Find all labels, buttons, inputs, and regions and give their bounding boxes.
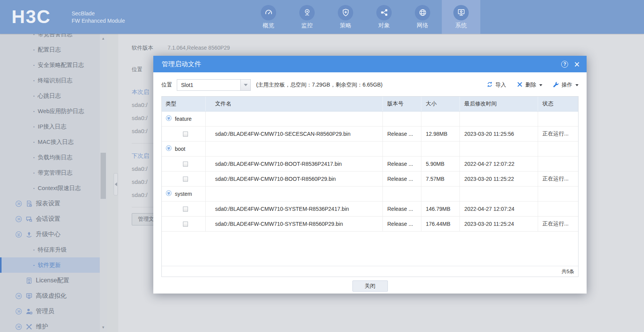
- group-collapse-icon[interactable]: [166, 115, 172, 122]
- bullet-icon: ·: [33, 108, 38, 115]
- bullet-icon: ·: [33, 93, 38, 99]
- modal-title-bar: 管理启动文件 ? ×: [153, 56, 587, 72]
- modal-manage-boot-files: 管理启动文件 ? × 位置 Slot1 (主用主控板，总空间：7.29GB，剩余…: [153, 56, 587, 294]
- help-icon[interactable]: ?: [561, 61, 568, 68]
- file-checkbox[interactable]: [183, 222, 188, 227]
- sidebar-item-report-settings[interactable]: 报表设置: [0, 196, 100, 211]
- product-line1: SecBlade: [72, 10, 125, 17]
- boot-files-table: 类型文件名版本号大小最后修改时间状态 featuresda0:/BLADE4FW…: [161, 96, 579, 277]
- scrollbar-thumb[interactable]: [101, 153, 106, 199]
- file-checkbox[interactable]: [183, 162, 188, 167]
- action-button[interactable]: 操作: [553, 81, 579, 89]
- bullet-icon: ·: [33, 34, 38, 38]
- shield-icon: [338, 5, 353, 20]
- nav-tab-policy[interactable]: 策略: [326, 0, 365, 34]
- sidebar-item-bandwidth-alarm-log[interactable]: ·带宽告警日志: [0, 34, 100, 42]
- sidebar-item-ip-access-log[interactable]: ·IP接入日志: [0, 119, 100, 134]
- bullet-icon: ·: [33, 77, 38, 84]
- file-size: 5.90MB: [421, 156, 460, 171]
- chevron-right-circle-icon[interactable]: [15, 293, 22, 299]
- chevron-right-circle-icon[interactable]: [15, 308, 22, 315]
- file-status: 正在运行...: [538, 126, 578, 141]
- nav-tab-network[interactable]: 网络: [403, 0, 442, 34]
- globe-icon: [415, 5, 430, 20]
- sidebar-item-web-app-protection-log[interactable]: ·Web应用防护日志: [0, 103, 100, 119]
- sidebar-scrollbar[interactable]: ▲ ▼: [100, 34, 107, 332]
- file-name: sda0:/BLADE4FW-CMW710-SYSTEM-R8560P29.bi…: [205, 216, 382, 231]
- file-status: 正在运行...: [538, 216, 578, 231]
- sidebar-item-context-rate-limit-log[interactable]: ·Context限速日志: [0, 180, 100, 196]
- file-modified-time: 2023-03-20 11:25:22: [460, 171, 538, 186]
- table-header: 类型文件名版本号大小最后修改时间状态: [162, 97, 578, 111]
- chevron-right-circle-icon[interactable]: [15, 200, 22, 207]
- camera-icon: [299, 5, 315, 20]
- nav-tab-system[interactable]: 系统: [442, 0, 480, 34]
- system-icon: [453, 5, 469, 20]
- bullet-icon: ·: [33, 170, 38, 176]
- chevron-down-circle-icon[interactable]: [15, 231, 22, 238]
- close-button[interactable]: 关闭: [352, 280, 388, 292]
- admin-icon: [25, 308, 33, 315]
- sidebar-item-terminal-id-log[interactable]: ·终端识别日志: [0, 73, 100, 88]
- chevron-right-circle-icon[interactable]: [15, 216, 22, 222]
- file-size: 146.79MB: [421, 201, 460, 216]
- software-version-label: 软件版本: [132, 45, 153, 52]
- slot-select[interactable]: Slot1: [177, 79, 251, 91]
- nav-tab-objects[interactable]: 对象: [365, 0, 403, 34]
- sidebar-item-heartbeat-log[interactable]: ·心跳日志: [0, 88, 100, 103]
- sidebar-collapse-handle[interactable]: [114, 173, 118, 195]
- nav-tab-monitor[interactable]: 监控: [288, 0, 326, 34]
- sidebar-item-config-log[interactable]: ·配置日志: [0, 42, 100, 57]
- boot-file-row: sda0:/BLADE4FW-CMW710-BOOT-R8560P29.binR…: [162, 171, 578, 186]
- delete-icon: [517, 81, 523, 89]
- file-group-row: feature: [162, 111, 578, 126]
- sidebar-item-load-balance-log[interactable]: ·负载均衡日志: [0, 150, 100, 165]
- sidebar-item-mac-access-log[interactable]: ·MAC接入日志: [0, 134, 100, 150]
- sidebar-item-advanced-virtualization[interactable]: 高级虚拟化: [0, 288, 100, 304]
- file-size: 7.57MB: [421, 171, 460, 186]
- delete-button[interactable]: 删除: [517, 81, 542, 89]
- close-icon[interactable]: ×: [574, 60, 580, 68]
- chevron-right-circle-icon[interactable]: [15, 324, 22, 330]
- sidebar-item-signature-upgrade[interactable]: ·特征库升级: [0, 242, 100, 257]
- bullet-icon: ·: [33, 185, 38, 192]
- file-status: [538, 201, 578, 216]
- scroll-up-icon[interactable]: ▲: [100, 36, 107, 41]
- sidebar-item-upgrade-center[interactable]: 升级中心: [0, 227, 100, 242]
- sidebar-item-administrator[interactable]: 管理员: [0, 304, 100, 319]
- sidebar-item-bandwidth-mgmt-log[interactable]: ·带宽管理日志: [0, 165, 100, 180]
- file-group-row: boot: [162, 141, 578, 156]
- bullet-icon: ·: [33, 139, 38, 145]
- sidebar-item-security-policy-config-log[interactable]: ·安全策略配置日志: [0, 57, 100, 73]
- group-collapse-icon[interactable]: [166, 145, 172, 152]
- sidebar-item-maintenance[interactable]: 维护: [0, 319, 100, 332]
- page-location-label: 位置: [132, 66, 143, 73]
- sidebar-item-session-settings[interactable]: 会话设置: [0, 211, 100, 227]
- column-header: 版本号: [382, 97, 421, 111]
- sidebar: ·带宽告警日志·配置日志·安全策略配置日志·终端识别日志·心跳日志·Web应用防…: [0, 34, 107, 332]
- boot-file-row: sda0:/BLADE4FW-CMW710-SYSTEM-R8560P29.bi…: [162, 216, 578, 231]
- current-startup-heading: 本次启: [132, 88, 149, 96]
- import-button[interactable]: 导入: [486, 81, 506, 89]
- nav-tab-overview[interactable]: 概览: [249, 0, 288, 34]
- group-collapse-icon[interactable]: [166, 190, 172, 197]
- boot-file-row: sda0:/BLADE4FW-CMW710-SYSTEM-R8536P2417.…: [162, 201, 578, 216]
- bullet-icon: ·: [33, 247, 38, 253]
- gauge-icon: [261, 5, 276, 20]
- file-checkbox[interactable]: [183, 132, 188, 137]
- modal-title: 管理启动文件: [162, 60, 561, 68]
- file-size: 12.98MB: [421, 126, 460, 141]
- current-startup-file-0: sda0:/: [132, 102, 148, 108]
- sidebar-item-license-config[interactable]: License配置: [0, 273, 100, 288]
- import-icon: [486, 81, 493, 89]
- location-label: 位置: [161, 82, 172, 88]
- file-status: 正在运行...: [538, 171, 578, 186]
- chevron-down-icon[interactable]: [240, 80, 250, 90]
- sidebar-item-software-update[interactable]: ·软件更新: [0, 257, 100, 273]
- license-icon: [25, 277, 33, 284]
- file-checkbox[interactable]: [183, 177, 188, 182]
- column-header: 状态: [538, 97, 578, 111]
- file-checkbox[interactable]: [183, 207, 188, 212]
- scroll-down-icon[interactable]: ▼: [100, 325, 107, 330]
- column-header: 大小: [421, 97, 460, 111]
